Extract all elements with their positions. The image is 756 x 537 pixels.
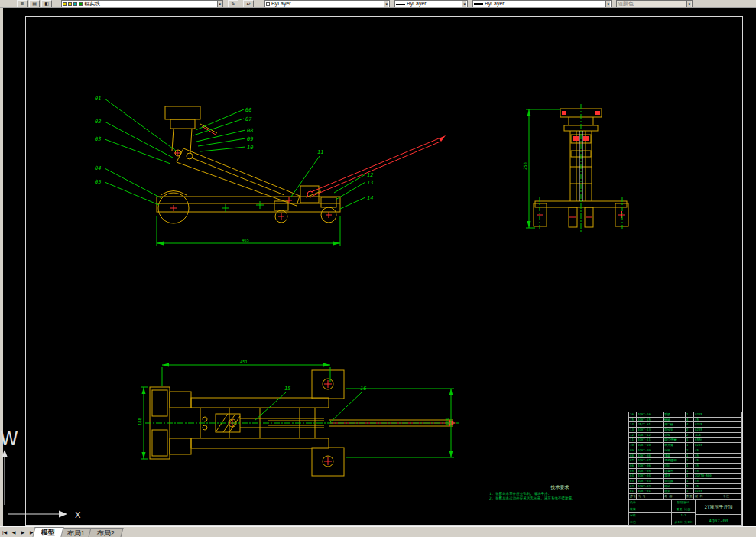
title-block-row: 审核 (629, 512, 671, 519)
svg-text:451: 451 (240, 360, 248, 364)
svg-text:10: 10 (247, 145, 253, 151)
chevron-down-icon[interactable]: ▾ (217, 1, 222, 7)
tab-nav-next-icon[interactable]: ▶ (18, 528, 28, 537)
svg-text:09: 09 (247, 136, 253, 142)
previous-layer-icon[interactable]: ↩ (243, 0, 254, 8)
note-line: 2. 装配后各运动件应灵活无卡滞, 液压系统不得渗漏。 (489, 496, 631, 501)
title-block-cell: 1:2 (672, 512, 695, 519)
layer-lock-icon[interactable] (73, 2, 77, 6)
plotstyle-combo-value: 随颜色 (618, 1, 634, 7)
layers-icon[interactable]: ▤ (29, 0, 40, 8)
svg-text:160: 160 (445, 418, 449, 425)
layer-freeze-icon[interactable] (68, 2, 72, 6)
table-row: 114Q07-11回位弹簧165Mn (628, 437, 742, 442)
svg-text:07: 07 (245, 116, 252, 122)
current-color-swatch (266, 2, 270, 6)
drawing-number: 4Q07-00 (696, 515, 741, 526)
table-row: 064Q07-06油缸145 (628, 463, 742, 468)
linetype-combo-value: ByLayer (407, 1, 427, 7)
svg-text:16: 16 (360, 386, 366, 392)
title-block-row: 设计 (629, 500, 671, 506)
table-row: 14GB/T 91开口销4Q215 (628, 421, 742, 427)
color-wheel-icon[interactable]: ◧ (41, 0, 52, 8)
parts-table-rows: 164Q07-16手柄1Q235154Q07-15销轴44514GB/T 91开… (628, 412, 742, 499)
svg-text:06: 06 (245, 107, 251, 113)
svg-text:11: 11 (317, 149, 323, 155)
chevron-down-icon[interactable]: ▾ (462, 1, 466, 7)
svg-text:15: 15 (284, 386, 290, 392)
lineweight-sample-icon (474, 3, 483, 5)
title-block-row: 校核 (629, 506, 671, 513)
table-row: 104Q07-10举升臂1Q235 (628, 442, 742, 447)
svg-text:05: 05 (95, 179, 101, 185)
title-block: 设计 校核 审核 工艺 阶段标记 重量 比例 1:2 共1张 第1张 2T液压千… (628, 499, 742, 526)
svg-text:465: 465 (242, 238, 249, 242)
layout-tab-bar: |◀ ◀ ▶ ▶| 模型 布局1 布局2 (0, 526, 756, 537)
svg-text:01: 01 (95, 96, 101, 102)
table-row: 054Q07-05活塞杆145 (628, 468, 742, 474)
title-block-cell: 重量 比例 (672, 506, 695, 513)
table-row: 014Q07-01底架1Q235 (628, 488, 742, 493)
table-row: 124Q07-12后轮2尼龙 (628, 432, 742, 438)
plotstyle-combo[interactable]: 随颜色 ▾ (616, 0, 693, 8)
table-row: 074Q07-07调整螺杆145 (628, 457, 742, 463)
table-row: 134Q07-13后轮架2Q235 (628, 427, 742, 432)
title-block-cell: 共1张 第1张 (672, 519, 695, 526)
drawing-title: 2T液压千斤顶 (696, 500, 741, 515)
table-row: 094Q07-09连杆245 (628, 447, 742, 453)
title-block-row: 工艺 (629, 519, 671, 526)
parts-table: 164Q07-16手柄1Q235154Q07-15销轴44514GB/T 91开… (628, 412, 742, 499)
tab-model[interactable]: 模型 (32, 527, 63, 537)
notes-title: 技术要求 (489, 484, 631, 491)
svg-text:04: 04 (95, 165, 101, 171)
lineweight-combo-value: ByLayer (485, 1, 505, 7)
table-row: 084Q07-08顶垫145 (628, 453, 742, 458)
parts-table-header: 序号代 号名 称数量材 料备注 (628, 493, 742, 499)
svg-text:13: 13 (367, 180, 373, 186)
svg-text:188: 188 (138, 418, 142, 425)
chevron-down-icon[interactable]: ▾ (605, 1, 610, 7)
lineweight-combo[interactable]: ByLayer ▾ (472, 0, 612, 8)
color-combo-value: ByLayer (271, 1, 291, 7)
svg-text:03: 03 (95, 136, 101, 142)
layer-color-swatch (79, 2, 83, 6)
svg-text:02: 02 (95, 119, 101, 125)
chevron-down-icon[interactable]: ▾ (384, 1, 388, 7)
table-row: 044Q07-04泵体1ZG270-500 (628, 473, 742, 478)
chevron-down-icon[interactable]: ▾ (686, 1, 691, 7)
svg-text:08: 08 (247, 128, 253, 134)
color-combo[interactable]: ByLayer ▾ (264, 0, 390, 8)
linetype-combo[interactable]: ByLayer ▾ (394, 0, 468, 8)
table-row: 154Q07-15销轴445 (628, 417, 742, 422)
table-row: 164Q07-16手柄1Q235 (628, 412, 742, 417)
tab-nav-prev-icon[interactable]: ◀ (9, 528, 18, 537)
title-block-cell: 阶段标记 (672, 500, 695, 506)
svg-text:258: 258 (523, 162, 527, 170)
technical-notes: 技术要求 1. 装配前各零件应去毛刺, 清洗干净。 2. 装配后各运动件应灵活无… (489, 484, 631, 501)
layer-manager-icon[interactable]: ≣ (17, 0, 28, 8)
svg-text:X: X (75, 510, 81, 520)
tab-nav-first-icon[interactable]: |◀ (0, 528, 9, 537)
layer-on-icon[interactable] (63, 2, 67, 6)
table-row: 024Q07-02前轮245 (628, 483, 742, 489)
linetype-sample-icon (396, 4, 405, 5)
tab-layout2[interactable]: 布局2 (89, 528, 124, 537)
top-toolbar: ≣ ▤ ◧ 粗实线 ▾ ✎ ↩ ByLayer ▾ ByLayer ▾ ByLa… (0, 0, 756, 8)
layer-combo[interactable]: 粗实线 ▾ (61, 0, 223, 8)
svg-text:W: W (0, 428, 18, 450)
svg-text:12: 12 (367, 172, 373, 178)
table-row: 034Q07-03放油阀145 (628, 478, 742, 483)
svg-text:14: 14 (367, 195, 373, 201)
layer-combo-value: 粗实线 (84, 1, 100, 7)
make-current-icon[interactable]: ✎ (228, 0, 238, 8)
